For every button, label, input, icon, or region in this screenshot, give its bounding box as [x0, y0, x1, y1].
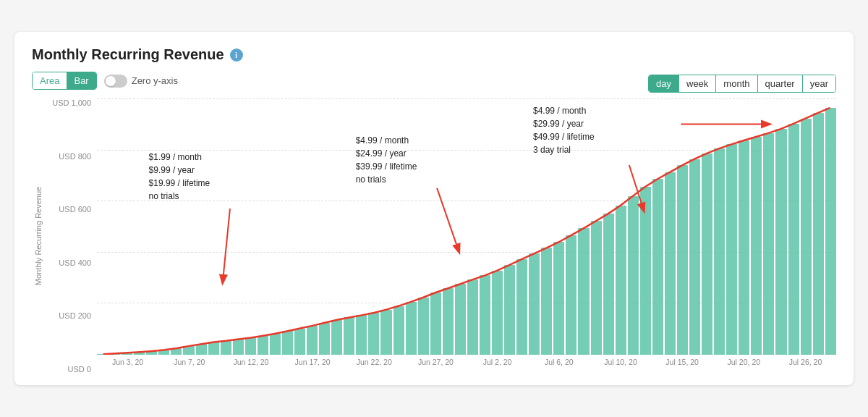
x-label-0: Jun 3, 20 [97, 358, 158, 366]
x-label-1: Jun 7, 20 [158, 358, 220, 366]
y-label-400: USD 400 [45, 258, 97, 267]
bar-38 [566, 235, 576, 355]
bar-5 [158, 350, 169, 355]
x-label-7: Jul 6, 20 [528, 358, 590, 366]
title-row: Monthly Recurring Revenue i [32, 46, 243, 63]
info-icon[interactable]: i [230, 49, 243, 62]
period-quarter[interactable]: quarter [757, 75, 802, 92]
bar-30 [467, 279, 478, 355]
bar-46 [665, 172, 676, 355]
bar-37 [553, 242, 564, 355]
bar-27 [430, 292, 441, 355]
bar-50 [714, 148, 725, 355]
bar-12 [245, 337, 256, 355]
period-month[interactable]: month [715, 75, 757, 92]
period-week[interactable]: week [678, 75, 715, 92]
y-label-200: USD 200 [45, 311, 97, 320]
ann1-line3: $19.99 / lifetime [149, 177, 210, 190]
ann2-line1: $4.99 / month [356, 134, 417, 147]
y-label-0: USD 0 [45, 365, 97, 374]
ann1-line2: $9.99 / year [149, 164, 210, 177]
bar-7 [183, 346, 194, 355]
bar-53 [751, 137, 762, 355]
ann3-line4: 3 day trial [533, 143, 595, 156]
bar-52 [739, 140, 749, 355]
bar-54 [763, 133, 774, 355]
bar-14 [270, 334, 281, 355]
bar-56 [788, 124, 799, 355]
chart-area: Monthly Recurring Revenue USD 1,000 USD … [32, 98, 836, 374]
bar-33 [504, 265, 515, 355]
bar-26 [418, 298, 429, 355]
bar-42 [616, 206, 626, 355]
bar-10 [221, 341, 231, 355]
y-axis: USD 1,000 USD 800 USD 600 USD 400 USD 20… [45, 98, 97, 374]
bar-button[interactable]: Bar [67, 72, 95, 89]
ann1-line4: no trials [149, 190, 210, 203]
bar-36 [541, 248, 552, 355]
bar-15 [282, 331, 293, 355]
bar-25 [406, 302, 417, 355]
bar-41 [603, 214, 614, 355]
period-year[interactable]: year [802, 75, 835, 92]
ann1-line1: $1.99 / month [149, 151, 210, 164]
x-label-5: Jun 27, 20 [405, 358, 467, 366]
x-label-2: Jun 12, 20 [220, 358, 281, 366]
zero-yaxis-label: Zero y-axis [132, 75, 178, 86]
bar-20 [344, 317, 354, 355]
bar-49 [702, 153, 712, 355]
bar-6 [171, 348, 182, 355]
annotation-2: $4.99 / month $24.99 / year $39.99 / lif… [356, 134, 417, 186]
bar-55 [775, 129, 786, 355]
bar-31 [480, 275, 490, 355]
chart-card: Monthly Recurring Revenue i Area Bar Zer… [14, 32, 854, 385]
bar-11 [233, 339, 244, 355]
chart-title: Monthly Recurring Revenue [32, 46, 224, 63]
bar-43 [628, 196, 639, 355]
subheader: Area Bar Zero y-axis day week month quar… [32, 72, 836, 96]
period-group: day week month quarter year [648, 75, 836, 93]
bar-32 [492, 271, 503, 355]
bar-9 [208, 342, 219, 355]
x-label-11: Jul 26, 20 [775, 358, 836, 366]
x-label-6: Jul 2, 20 [467, 358, 528, 366]
bar-21 [356, 315, 367, 355]
bar-48 [689, 159, 700, 355]
bar-18 [319, 323, 330, 355]
bar-45 [652, 179, 663, 355]
bar-44 [640, 187, 651, 355]
bar-22 [368, 313, 379, 355]
ann2-line3: $39.99 / lifetime [356, 160, 417, 173]
controls-left: Area Bar Zero y-axis [32, 72, 178, 90]
ann3-line3: $49.99 / lifetime [533, 130, 595, 143]
period-day[interactable]: day [649, 75, 678, 92]
y-label-600: USD 600 [45, 205, 97, 214]
bar-13 [258, 336, 268, 355]
x-axis: Jun 3, 20Jun 7, 20Jun 12, 20Jun 17, 20Ju… [97, 355, 836, 374]
bar-51 [726, 144, 737, 355]
bar-58 [813, 113, 824, 355]
zero-yaxis-toggle-wrap: Zero y-axis [104, 75, 178, 88]
ann3-line2: $29.99 / year [533, 117, 595, 130]
bar-17 [307, 326, 318, 355]
ann2-line4: no trials [356, 173, 417, 186]
zero-yaxis-toggle[interactable] [104, 75, 127, 88]
bar-57 [801, 119, 812, 355]
area-button[interactable]: Area [33, 72, 67, 89]
bar-47 [677, 165, 688, 355]
bars-container [97, 98, 836, 355]
ann3-line1: $4.99 / month [533, 104, 595, 117]
y-axis-title: Monthly Recurring Revenue [34, 187, 43, 285]
y-label-800: USD 800 [45, 152, 97, 161]
annotation-1: $1.99 / month $9.99 / year $19.99 / life… [149, 151, 210, 203]
x-labels: Jun 3, 20Jun 7, 20Jun 12, 20Jun 17, 20Ju… [97, 355, 836, 366]
chart-header: Monthly Recurring Revenue i [32, 46, 836, 63]
bar-19 [331, 320, 342, 355]
bar-40 [591, 221, 602, 355]
chart-type-group: Area Bar [32, 72, 97, 90]
bar-23 [380, 310, 391, 355]
bar-24 [393, 306, 404, 355]
bar-16 [294, 329, 305, 355]
x-label-10: Jul 20, 20 [713, 358, 775, 366]
bar-34 [516, 259, 527, 355]
